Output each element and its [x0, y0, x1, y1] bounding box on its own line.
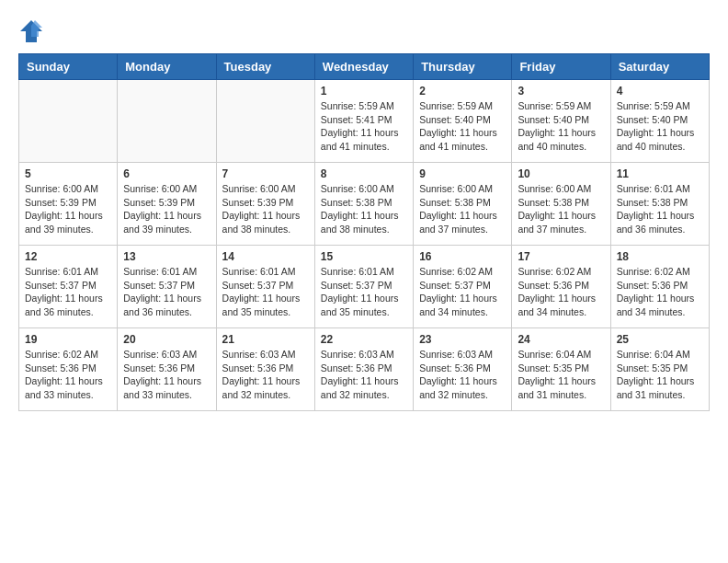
- logo: [18, 18, 48, 44]
- week-row-4: 19Sunrise: 6:02 AM Sunset: 5:36 PM Dayli…: [19, 328, 710, 411]
- day-number: 7: [222, 167, 309, 180]
- calendar-cell: [19, 80, 118, 163]
- day-header-saturday: Saturday: [610, 54, 709, 80]
- day-info: Sunrise: 6:02 AM Sunset: 5:36 PM Dayligh…: [518, 265, 604, 319]
- day-info: Sunrise: 5:59 AM Sunset: 5:40 PM Dayligh…: [419, 99, 506, 154]
- header-row: SundayMondayTuesdayWednesdayThursdayFrid…: [19, 54, 710, 80]
- week-row-3: 12Sunrise: 6:01 AM Sunset: 5:37 PM Dayli…: [19, 246, 710, 328]
- week-row-2: 5Sunrise: 6:00 AM Sunset: 5:39 PM Daylig…: [19, 163, 710, 246]
- calendar-header: SundayMondayTuesdayWednesdayThursdayFrid…: [19, 54, 710, 80]
- day-info: Sunrise: 6:01 AM Sunset: 5:37 PM Dayligh…: [222, 265, 309, 319]
- day-number: 6: [123, 167, 210, 180]
- day-info: Sunrise: 6:01 AM Sunset: 5:37 PM Dayligh…: [25, 265, 111, 319]
- calendar-cell: 18Sunrise: 6:02 AM Sunset: 5:36 PM Dayli…: [610, 246, 709, 328]
- day-info: Sunrise: 6:00 AM Sunset: 5:38 PM Dayligh…: [518, 182, 604, 236]
- day-info: Sunrise: 6:03 AM Sunset: 5:36 PM Dayligh…: [123, 348, 210, 402]
- day-number: 21: [222, 333, 309, 346]
- day-info: Sunrise: 6:03 AM Sunset: 5:36 PM Dayligh…: [419, 348, 506, 402]
- day-number: 11: [617, 167, 703, 180]
- day-number: 20: [123, 333, 210, 346]
- day-number: 5: [25, 167, 111, 180]
- day-number: 25: [617, 333, 703, 346]
- day-number: 16: [419, 250, 506, 263]
- calendar-cell: 3Sunrise: 5:59 AM Sunset: 5:40 PM Daylig…: [512, 80, 610, 163]
- calendar-cell: 4Sunrise: 5:59 AM Sunset: 5:40 PM Daylig…: [610, 80, 709, 163]
- calendar-cell: 10Sunrise: 6:00 AM Sunset: 5:38 PM Dayli…: [512, 163, 610, 246]
- calendar-table: SundayMondayTuesdayWednesdayThursdayFrid…: [18, 53, 710, 411]
- day-number: 18: [617, 250, 703, 263]
- page-header: [18, 18, 710, 44]
- day-header-friday: Friday: [512, 54, 610, 80]
- calendar-cell: 6Sunrise: 6:00 AM Sunset: 5:39 PM Daylig…: [118, 163, 216, 246]
- day-info: Sunrise: 6:00 AM Sunset: 5:39 PM Dayligh…: [123, 182, 210, 236]
- day-number: 22: [321, 333, 407, 346]
- calendar-cell: 8Sunrise: 6:00 AM Sunset: 5:38 PM Daylig…: [314, 163, 413, 246]
- day-info: Sunrise: 5:59 AM Sunset: 5:41 PM Dayligh…: [321, 99, 407, 154]
- calendar-cell: 5Sunrise: 6:00 AM Sunset: 5:39 PM Daylig…: [19, 163, 118, 246]
- day-info: Sunrise: 5:59 AM Sunset: 5:40 PM Dayligh…: [617, 99, 703, 154]
- calendar-cell: 25Sunrise: 6:04 AM Sunset: 5:35 PM Dayli…: [610, 328, 709, 411]
- calendar-cell: 22Sunrise: 6:03 AM Sunset: 5:36 PM Dayli…: [314, 328, 413, 411]
- calendar-cell: 20Sunrise: 6:03 AM Sunset: 5:36 PM Dayli…: [118, 328, 216, 411]
- day-number: 8: [321, 167, 407, 180]
- day-info: Sunrise: 6:03 AM Sunset: 5:36 PM Dayligh…: [321, 348, 407, 402]
- day-info: Sunrise: 6:02 AM Sunset: 5:36 PM Dayligh…: [617, 265, 703, 319]
- day-number: 19: [25, 333, 111, 346]
- day-number: 12: [25, 250, 111, 263]
- day-info: Sunrise: 5:59 AM Sunset: 5:40 PM Dayligh…: [518, 99, 604, 154]
- day-header-sunday: Sunday: [19, 54, 118, 80]
- day-number: 2: [419, 85, 506, 98]
- day-info: Sunrise: 6:02 AM Sunset: 5:36 PM Dayligh…: [25, 348, 111, 402]
- calendar-cell: 15Sunrise: 6:01 AM Sunset: 5:37 PM Dayli…: [314, 246, 413, 328]
- calendar-cell: 24Sunrise: 6:04 AM Sunset: 5:35 PM Dayli…: [512, 328, 610, 411]
- day-info: Sunrise: 6:00 AM Sunset: 5:38 PM Dayligh…: [321, 182, 407, 236]
- calendar-cell: 14Sunrise: 6:01 AM Sunset: 5:37 PM Dayli…: [216, 246, 314, 328]
- calendar-cell: [216, 80, 314, 163]
- day-info: Sunrise: 6:01 AM Sunset: 5:37 PM Dayligh…: [123, 265, 210, 319]
- day-info: Sunrise: 6:00 AM Sunset: 5:39 PM Dayligh…: [25, 182, 111, 236]
- day-number: 9: [419, 167, 506, 180]
- day-header-thursday: Thursday: [414, 54, 512, 80]
- day-info: Sunrise: 6:01 AM Sunset: 5:37 PM Dayligh…: [321, 265, 407, 319]
- day-number: 10: [518, 167, 604, 180]
- calendar-cell: 16Sunrise: 6:02 AM Sunset: 5:37 PM Dayli…: [414, 246, 512, 328]
- day-number: 4: [617, 85, 703, 98]
- day-header-tuesday: Tuesday: [216, 54, 314, 80]
- day-header-wednesday: Wednesday: [314, 54, 413, 80]
- day-number: 23: [419, 333, 506, 346]
- day-number: 13: [123, 250, 210, 263]
- calendar-body: 1Sunrise: 5:59 AM Sunset: 5:41 PM Daylig…: [19, 80, 710, 411]
- calendar-cell: 9Sunrise: 6:00 AM Sunset: 5:38 PM Daylig…: [414, 163, 512, 246]
- calendar-cell: 17Sunrise: 6:02 AM Sunset: 5:36 PM Dayli…: [512, 246, 610, 328]
- day-info: Sunrise: 6:04 AM Sunset: 5:35 PM Dayligh…: [617, 348, 703, 402]
- day-info: Sunrise: 6:04 AM Sunset: 5:35 PM Dayligh…: [518, 348, 604, 402]
- week-row-1: 1Sunrise: 5:59 AM Sunset: 5:41 PM Daylig…: [19, 80, 710, 163]
- day-number: 1: [321, 85, 407, 98]
- calendar-cell: 11Sunrise: 6:01 AM Sunset: 5:38 PM Dayli…: [610, 163, 709, 246]
- day-info: Sunrise: 6:00 AM Sunset: 5:39 PM Dayligh…: [222, 182, 309, 236]
- calendar-cell: 21Sunrise: 6:03 AM Sunset: 5:36 PM Dayli…: [216, 328, 314, 411]
- day-number: 3: [518, 85, 604, 98]
- calendar-cell: [118, 80, 216, 163]
- day-header-monday: Monday: [118, 54, 216, 80]
- calendar-cell: 19Sunrise: 6:02 AM Sunset: 5:36 PM Dayli…: [19, 328, 118, 411]
- day-info: Sunrise: 6:01 AM Sunset: 5:38 PM Dayligh…: [617, 182, 703, 236]
- calendar-cell: 12Sunrise: 6:01 AM Sunset: 5:37 PM Dayli…: [19, 246, 118, 328]
- day-info: Sunrise: 6:02 AM Sunset: 5:37 PM Dayligh…: [419, 265, 506, 319]
- day-number: 17: [518, 250, 604, 263]
- day-number: 24: [518, 333, 604, 346]
- day-number: 15: [321, 250, 407, 263]
- calendar-cell: 23Sunrise: 6:03 AM Sunset: 5:36 PM Dayli…: [414, 328, 512, 411]
- day-info: Sunrise: 6:00 AM Sunset: 5:38 PM Dayligh…: [419, 182, 506, 236]
- calendar-cell: 7Sunrise: 6:00 AM Sunset: 5:39 PM Daylig…: [216, 163, 314, 246]
- day-info: Sunrise: 6:03 AM Sunset: 5:36 PM Dayligh…: [222, 348, 309, 402]
- calendar-cell: 2Sunrise: 5:59 AM Sunset: 5:40 PM Daylig…: [414, 80, 512, 163]
- calendar-cell: 1Sunrise: 5:59 AM Sunset: 5:41 PM Daylig…: [314, 80, 413, 163]
- calendar-cell: 13Sunrise: 6:01 AM Sunset: 5:37 PM Dayli…: [118, 246, 216, 328]
- day-number: 14: [222, 250, 309, 263]
- logo-icon: [18, 18, 44, 44]
